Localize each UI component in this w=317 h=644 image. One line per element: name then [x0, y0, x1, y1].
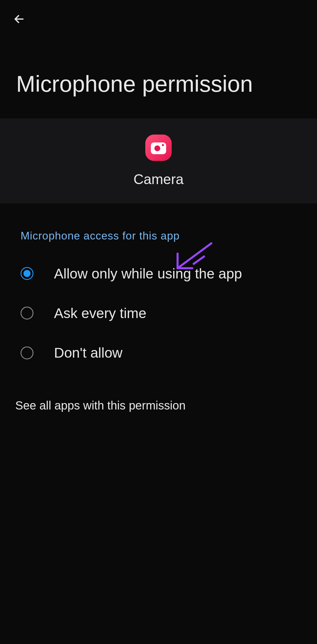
radio-selected-indicator	[23, 270, 31, 277]
option-label: Don't allow	[54, 345, 296, 361]
app-name-label: Camera	[134, 171, 184, 187]
option-label: Ask every time	[54, 305, 296, 321]
option-ask-every-time[interactable]: Ask every time	[0, 293, 317, 333]
option-allow-while-using[interactable]: Allow only while using the app	[0, 254, 317, 293]
see-all-apps-link[interactable]: See all apps with this permission	[0, 378, 317, 433]
svg-point-2	[154, 145, 160, 151]
camera-icon	[151, 141, 166, 154]
camera-app-icon	[145, 135, 172, 161]
page-title: Microphone permission	[0, 26, 317, 118]
option-dont-allow[interactable]: Don't allow	[0, 333, 317, 373]
header	[0, 0, 317, 26]
radio-button[interactable]	[21, 267, 33, 280]
option-label: Allow only while using the app	[54, 266, 296, 282]
section-header: Microphone access for this app	[0, 203, 317, 248]
app-section: Camera	[0, 118, 317, 203]
radio-button[interactable]	[21, 307, 33, 320]
svg-point-3	[162, 144, 164, 146]
arrow-left-icon	[13, 13, 25, 25]
options-list: Allow only while using the app Ask every…	[0, 248, 317, 379]
radio-button[interactable]	[21, 346, 33, 359]
back-button[interactable]	[12, 12, 26, 26]
